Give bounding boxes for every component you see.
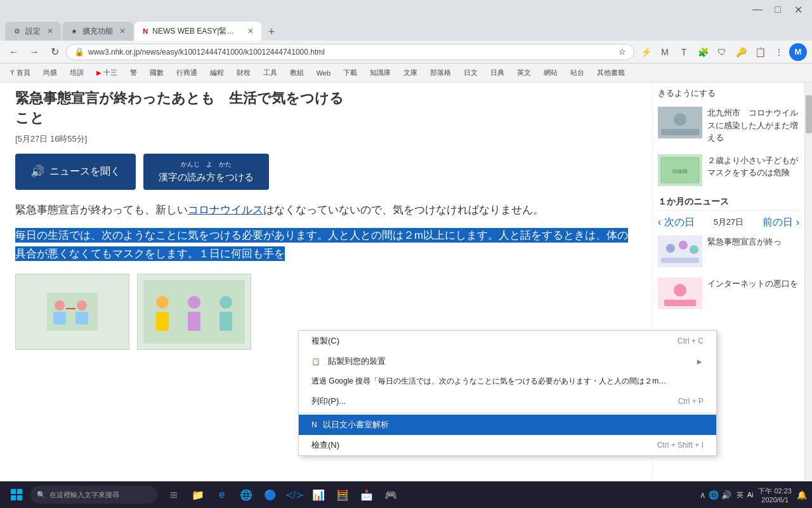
bookmark-homepage[interactable]: Y 首頁 <box>5 66 36 80</box>
article-title-line1: 緊急事態宣言が終わったあとも 生活で気をつける <box>15 90 344 106</box>
bookmarks-bar: Y 首頁 尚膳 培訓 ▶ 十三 警 國數 行商通 編程 財稅 工具 <box>0 64 812 83</box>
svg-rect-11 <box>188 312 200 331</box>
ai-label[interactable]: Ai <box>747 491 754 498</box>
bookmark-jdict[interactable]: 日典 <box>485 66 509 80</box>
bookmark-library[interactable]: 文庫 <box>398 66 422 80</box>
performance-icon[interactable]: ⚡ <box>637 43 655 61</box>
audio-button[interactable]: 🔊 ニュースを聞く <box>15 154 136 190</box>
taskbar-app8[interactable]: 📩 <box>355 483 378 506</box>
bookmark-coding[interactable]: 編程 <box>205 66 229 80</box>
bookmark-jdict-label: 日典 <box>490 68 504 77</box>
svg-rect-3 <box>53 312 66 324</box>
bookmark-web[interactable]: Web <box>311 66 336 80</box>
ext3-icon[interactable]: 📋 <box>751 43 769 61</box>
next-day-button[interactable]: 前の日 › <box>763 216 799 229</box>
sidebar-news-3[interactable]: 緊急事態宣言が終っ <box>658 236 799 267</box>
scrollbar[interactable] <box>804 83 812 481</box>
bookmark-knowledge[interactable]: 知識庫 <box>365 66 396 80</box>
taskbar-ie[interactable]: 🌐 <box>235 483 258 506</box>
new-tab-button[interactable]: + <box>263 23 280 41</box>
sidebar-news-4[interactable]: インターネットの悪口を <box>658 277 799 309</box>
maximize-button[interactable]: □ <box>769 1 787 18</box>
back-button[interactable]: ← <box>5 43 23 61</box>
bookmark-youtube[interactable]: ▶ 十三 <box>91 66 122 80</box>
extensions-icon[interactable]: 🧩 <box>694 43 712 61</box>
translate-icon[interactable]: T <box>675 43 693 61</box>
ctx-print[interactable]: 列印(P)... Ctrl + P <box>299 391 716 411</box>
notification-icon[interactable]: 🔔 <box>797 490 807 500</box>
taskbar-time[interactable]: 下午 02:23 2020/6/1 <box>758 486 792 504</box>
close-button[interactable]: ✕ <box>789 1 807 18</box>
taskbar-search[interactable]: 🔍 在這裡輸入文字來搜尋 <box>30 486 157 504</box>
prev-day-button[interactable]: ‹ 次の日 <box>658 216 695 229</box>
ctx-google-search[interactable]: 透過 Google 搜尋「毎日の生活では、次のようなことに気をつける必要がありま… <box>299 371 716 391</box>
window-controls[interactable]: — □ ✕ <box>749 1 807 18</box>
taskbar-calculator[interactable]: 🧮 <box>331 483 354 506</box>
article-title-line2: こと <box>15 110 44 126</box>
bookmark-commerce[interactable]: 行商通 <box>171 66 202 80</box>
start-button[interactable] <box>5 483 28 506</box>
ctx-copy[interactable]: 複製(C) Ctrl + C <box>299 331 716 351</box>
taskbar-app9[interactable]: 🎮 <box>379 483 402 506</box>
tab-enhance[interactable]: ★ 擴充功能 ✕ <box>62 22 133 41</box>
svg-rect-23 <box>661 258 699 263</box>
tray-up-icon[interactable]: ∧ <box>700 490 706 500</box>
sidebar-news-1[interactable]: 北九州市 コロナウイルスに感染した人がまた増える <box>658 107 799 144</box>
bookmark-finance[interactable]: 財稅 <box>232 66 256 80</box>
bookmark-tools[interactable]: 工具 <box>258 66 282 80</box>
chrome-icon: 🔵 <box>264 489 277 501</box>
bookmark-station[interactable]: 站台 <box>565 66 589 80</box>
profile-icon[interactable]: M <box>789 43 807 61</box>
bookmark-download[interactable]: 下載 <box>338 66 362 80</box>
kanji-button[interactable]: かんじ よ かた 漢字の読み方をつける <box>143 154 269 190</box>
ctx-nihongo[interactable]: N 以日文小書室解析 <box>299 415 716 435</box>
menu-icon[interactable]: ⋮ <box>770 43 788 61</box>
bookmark-website[interactable]: 網站 <box>539 66 563 80</box>
adblock-icon[interactable]: 🛡 <box>713 43 731 61</box>
tab-nhk[interactable]: N NEWS WEB EASY|緊急事態宣言… ✕ <box>134 22 261 41</box>
sidebar-first-text: きるようにする <box>658 88 799 99</box>
taskbar-task-view[interactable]: ⊞ <box>162 483 185 506</box>
star-icon[interactable]: ☆ <box>619 47 626 57</box>
tray-speaker-icon[interactable]: 🔊 <box>721 490 731 500</box>
minimize-button[interactable]: — <box>749 1 766 18</box>
taskbar-edge[interactable]: e <box>211 483 233 506</box>
bookmark-education[interactable]: 教組 <box>285 66 309 80</box>
sidebar-thumb-4 <box>658 277 702 309</box>
gmail-icon[interactable]: M <box>656 43 674 61</box>
lang-indicator[interactable]: 英 <box>737 490 743 500</box>
tab-settings[interactable]: ⚙ 設定 ✕ <box>5 22 61 41</box>
refresh-button[interactable]: ↻ <box>46 43 63 61</box>
bookmark-police[interactable]: 警 <box>125 66 142 80</box>
bookmark-train[interactable]: 培訓 <box>65 66 89 80</box>
tray-network-icon[interactable]: 🌐 <box>709 490 719 500</box>
tab-bar: ⚙ 設定 ✕ ★ 擴充功能 ✕ N NEWS WEB EASY|緊急事態宣言… … <box>0 19 812 41</box>
bookmark-commerce-label: 行商通 <box>176 68 197 77</box>
ctx-inspect[interactable]: 檢查(N) Ctrl + Shift + I <box>299 435 716 455</box>
button-row: 🔊 ニュースを聞く かんじ よ かた 漢字の読み方をつける <box>15 154 637 190</box>
sidebar-news-2[interactable]: mask ２歳より小さい子どもがマスクをするのは危険 <box>658 154 799 186</box>
ctx-inspect-shortcut: Ctrl + Shift + I <box>657 441 704 450</box>
corona-link[interactable]: コロナウイルス <box>188 204 263 216</box>
bookmark-shangshan[interactable]: 尚膳 <box>38 66 62 80</box>
taskbar-file-explorer[interactable]: 📁 <box>187 483 209 506</box>
settings-tab-close[interactable]: ✕ <box>47 27 53 36</box>
sidebar-thumb-3 <box>658 236 702 267</box>
bookmark-blog[interactable]: 部落格 <box>425 66 456 80</box>
app8-icon: 📩 <box>360 489 373 501</box>
ctx-paste-to-device[interactable]: 📋 貼製到您的裝置 ► <box>299 351 716 371</box>
kanji-button-label: 漢字の読み方をつける <box>159 171 254 184</box>
taskbar-vscode[interactable]: ≺/≻ <box>283 483 306 506</box>
forward-button[interactable]: → <box>25 43 43 61</box>
nhk-tab-close[interactable]: ✕ <box>247 27 254 36</box>
address-bar[interactable]: 🔒 www3.nhk.or.jp/news/easy/k100124447410… <box>66 44 634 60</box>
enhance-tab-close[interactable]: ✕ <box>119 27 126 36</box>
bookmark-other[interactable]: 其他書籤 <box>592 66 630 80</box>
bookmark-english[interactable]: 英文 <box>512 66 536 80</box>
taskbar-app6[interactable]: 📊 <box>307 483 330 506</box>
scrollbar-thumb[interactable] <box>806 95 812 133</box>
bookmark-guo[interactable]: 國數 <box>145 66 169 80</box>
ext2-icon[interactable]: 🔑 <box>732 43 750 61</box>
bookmark-japanese[interactable]: 日文 <box>459 66 483 80</box>
taskbar-chrome[interactable]: 🔵 <box>259 483 282 506</box>
